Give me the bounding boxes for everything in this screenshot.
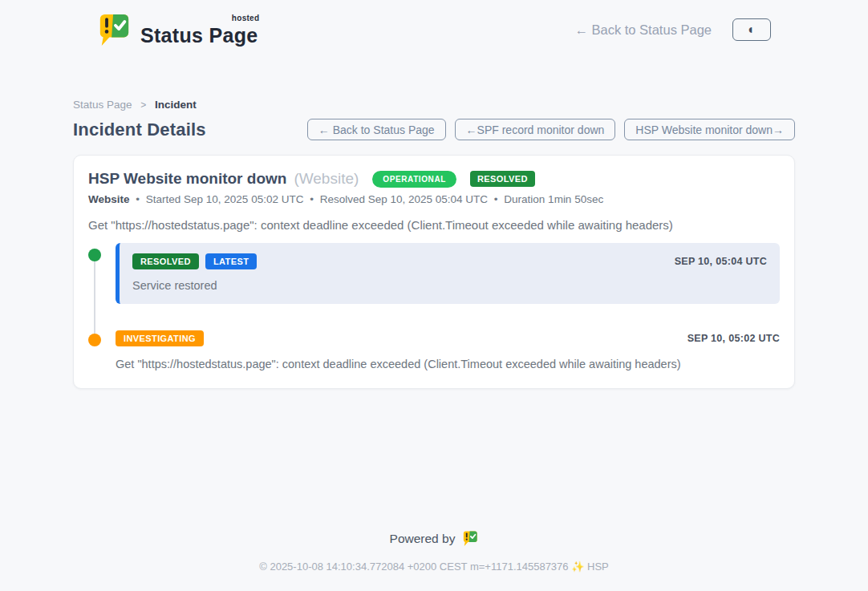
incident-title: HSP Website monitor down [88, 170, 286, 188]
timeline-entry-body: INVESTIGATING SEP 10, 05:02 UTC Get "htt… [116, 328, 780, 370]
copyright-text: © 2025-10-08 14:10:34.772084 +0200 CEST … [73, 561, 795, 573]
timeline-message: Get "https://hostedstatus.page": context… [116, 358, 780, 370]
next-incident-button[interactable]: HSP Website monitor down→ [624, 119, 795, 140]
meta-separator: • [310, 193, 314, 205]
operational-status-badge: OPERATIONAL [372, 171, 456, 188]
breadcrumb-separator: > [140, 99, 146, 111]
incident-card: HSP Website monitor down (Website) OPERA… [73, 155, 795, 389]
prev-incident-button[interactable]: ←SPF record monitor down [455, 119, 616, 140]
title-row: Incident Details ← Back to Status Page ←… [73, 119, 795, 140]
brand-logo-icon [462, 530, 478, 547]
status-dot-resolved-icon [88, 249, 101, 261]
latest-badge: LATEST [205, 253, 257, 269]
circle-half-icon: ◐ [748, 23, 756, 36]
brand-superscript: hosted [232, 14, 260, 22]
brand-logo[interactable]: hosted Status Page [97, 12, 258, 47]
theme-toggle-button[interactable]: ◐ [732, 18, 771, 41]
timeline-entry-resolved: RESOLVED LATEST SEP 10, 05:04 UTC Servic… [88, 243, 780, 304]
powered-by: Powered by [390, 530, 479, 547]
incident-meta: Website • Started Sep 10, 2025 05:02 UTC… [88, 193, 780, 205]
brand-text: hosted Status Page [140, 15, 258, 47]
timeline-entry-header: RESOLVED LATEST SEP 10, 05:04 UTC [132, 253, 767, 269]
breadcrumb: Status Page > Incident [73, 99, 795, 111]
timeline-entry-body: RESOLVED LATEST SEP 10, 05:04 UTC Servic… [116, 243, 780, 304]
incident-nav: ← Back to Status Page ←SPF record monito… [307, 119, 795, 140]
timeline-message: Service restored [132, 279, 767, 292]
back-to-status-link[interactable]: ← Back to Status Page [574, 22, 712, 38]
header-actions: ← Back to Status Page ◐ [574, 18, 771, 41]
brand-logo-icon [97, 12, 131, 47]
resolved-status-badge: RESOLVED [470, 171, 535, 187]
brand-name: Status Page [140, 24, 258, 47]
timeline-entry-header: INVESTIGATING SEP 10, 05:02 UTC [116, 330, 780, 346]
meta-duration: Duration 1min 50sec [504, 193, 603, 205]
incident-component: (Website) [294, 170, 359, 188]
footer: Powered by © 2025-10-08 14:10:34.772084 … [73, 530, 795, 591]
breadcrumb-incident: Incident [155, 99, 197, 111]
incident-title-row: HSP Website monitor down (Website) OPERA… [88, 170, 780, 188]
meta-component: Website [88, 193, 130, 205]
incident-description: Get "https://hostedstatus.page": context… [88, 218, 780, 232]
header: hosted Status Page ← Back to Status Page… [73, 0, 795, 54]
breadcrumb-status-page[interactable]: Status Page [73, 99, 132, 111]
meta-started: Started Sep 10, 2025 05:02 UTC [146, 193, 304, 205]
status-dot-investigating-icon [88, 334, 101, 346]
timeline-entry-investigating: INVESTIGATING SEP 10, 05:02 UTC Get "htt… [88, 328, 780, 370]
incident-timeline: RESOLVED LATEST SEP 10, 05:04 UTC Servic… [88, 243, 780, 370]
timeline-timestamp: SEP 10, 05:02 UTC [688, 333, 780, 344]
meta-separator: • [136, 193, 140, 205]
timeline-timestamp: SEP 10, 05:04 UTC [675, 256, 767, 267]
meta-separator: • [494, 193, 498, 205]
page-title: Incident Details [73, 119, 206, 140]
back-to-status-page-button[interactable]: ← Back to Status Page [307, 119, 446, 140]
investigating-badge: INVESTIGATING [116, 330, 204, 346]
powered-by-label: Powered by [390, 532, 456, 546]
resolved-badge: RESOLVED [132, 253, 199, 269]
meta-resolved: Resolved Sep 10, 2025 05:04 UTC [320, 193, 488, 205]
